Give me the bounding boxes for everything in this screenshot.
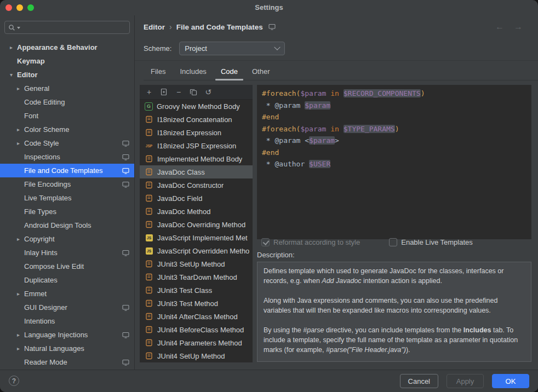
groovy-icon: G [145,102,153,111]
template-item-junit3-test-class[interactable]: JUnit3 Test Class [140,284,253,297]
template-item-label: I18nized JSP Expression [157,142,236,150]
sidebar-item-natural-languages[interactable]: ▸Natural Languages [0,342,134,355]
description-box[interactable]: Defines template which used to generate … [257,262,531,362]
template-item-junit4-afterclass-method[interactable]: JUnit4 AfterClass Method [140,310,253,323]
sidebar-item-color-scheme[interactable]: ▸Color Scheme [0,123,134,136]
breadcrumb-current: File and Code Templates [176,23,263,31]
reset-template-icon[interactable]: ↺ [204,88,213,96]
file-template-icon [145,352,153,360]
template-item-junit4-parameters-method[interactable]: JUnit4 Parameters Method [140,336,253,349]
template-item-junit3-test-method[interactable]: JUnit3 Test Method [140,297,253,310]
tab-includes[interactable]: Includes [173,63,213,80]
sidebar-item-duplicates[interactable]: Duplicates [0,273,134,287]
template-item-junit3-teardown-method[interactable]: JUnit3 TearDown Method [140,270,253,284]
breadcrumb-editor[interactable]: Editor [144,23,165,31]
sidebar-item-live-templates[interactable]: Live Templates [0,191,134,205]
template-item-javascript-implemented-met[interactable]: JSJavaScript Implemented Met [140,231,253,244]
settings-sidebar: ▸Appearance & BehaviorKeymap▾Editor▸Gene… [0,15,135,370]
chevron-right-icon[interactable]: ▸ [10,44,17,50]
file-template-icon [145,207,153,215]
sidebar-item-editor[interactable]: ▾Editor [0,68,134,82]
tab-files[interactable]: Files [144,63,173,80]
copy-template-icon[interactable] [189,88,198,96]
ok-button[interactable]: OK [492,374,529,388]
reformat-checkbox[interactable]: Reformat according to style [261,238,360,246]
sidebar-item-general[interactable]: ▸General [0,82,134,95]
sidebar-item-code-style[interactable]: ▸Code Style [0,136,134,150]
template-item-javadoc-field[interactable]: JavaDoc Field [140,192,253,205]
remove-template-icon[interactable]: − [174,88,183,96]
create-child-template-icon[interactable] [159,88,168,96]
template-item-javadoc-constructor[interactable]: JavaDoc Constructor [140,178,253,192]
template-item-i18nized-expression[interactable]: I18nized Expression [140,126,253,139]
sidebar-item-android-design-tools[interactable]: Android Design Tools [0,218,134,232]
help-button[interactable]: ? [9,376,19,386]
tab-code[interactable]: Code [214,63,245,80]
sidebar-item-label: Copyright [24,235,55,243]
chevron-right-icon[interactable]: ▸ [17,126,24,132]
template-item-label: JavaDoc Field [157,194,202,203]
sidebar-item-file-encodings[interactable]: File Encodings [0,177,134,191]
file-template-icon [145,299,153,307]
scheme-select[interactable]: Project [179,42,285,55]
sidebar-item-font[interactable]: Font [0,109,134,123]
chevron-right-icon[interactable]: ▸ [17,345,24,351]
sidebar-item-gui-designer[interactable]: GUI Designer [0,301,134,314]
sidebar-item-label: Emmet [24,290,47,298]
sidebar-item-compose-live-edit[interactable]: Compose Live Edit [0,260,134,273]
sidebar-item-file-types[interactable]: File Types [0,205,134,218]
template-item-javascript-overridden-metho[interactable]: JSJavaScript Overridden Metho [140,244,253,257]
sidebar-item-intentions[interactable]: Intentions [0,314,134,328]
sidebar-item-label: File Types [24,207,56,216]
sidebar-item-inspections[interactable]: Inspections [0,150,134,164]
code-token: ) [395,125,399,133]
sidebar-item-emmet[interactable]: ▸Emmet [0,287,134,301]
sidebar-item-language-injections[interactable]: ▸Language Injections [0,328,134,342]
screen-icon [122,332,129,338]
template-item-groovy-new-method-body[interactable]: GGroovy New Method Body [140,100,253,113]
forward-button[interactable]: → [514,22,523,32]
sidebar-item-inlay-hints[interactable]: Inlay Hints [0,246,134,260]
tab-other[interactable]: Other [245,63,277,80]
sidebar-item-reader-mode[interactable]: Reader Mode [0,355,134,369]
template-code-editor[interactable]: #foreach($param in $RECORD_COMPONENTS) *… [257,85,531,239]
template-item-junit3-setup-method[interactable]: JUnit3 SetUp Method [140,257,253,270]
sidebar-item-copyright[interactable]: ▸Copyright [0,232,134,246]
history-nav: ← → [495,22,523,32]
file-template-icon [145,273,153,281]
settings-search[interactable] [4,21,130,34]
js-badge: JS [146,234,153,241]
sidebar-item-appearance-behavior[interactable]: ▸Appearance & Behavior [0,41,134,54]
template-item-i18nized-jsp-expression[interactable]: JSPI18nized JSP Expression [140,139,253,152]
template-item-junit4-beforeclass-method[interactable]: JUnit4 BeforeClass Method [140,323,253,336]
template-item-label: JUnit4 SetUp Method [157,352,225,360]
chevron-right-icon[interactable]: ▸ [17,140,24,146]
enable-live-templates-checkbox[interactable]: Enable Live Templates [389,238,473,246]
code-token: * @author [262,160,309,168]
chevron-right-icon[interactable]: ▸ [17,291,24,297]
sidebar-item-code-editing[interactable]: Code Editing [0,95,134,109]
code-token: $RECORD_COMPONENTS [344,89,421,97]
back-button[interactable]: ← [495,22,504,32]
settings-search-input[interactable] [22,23,126,32]
template-item-javadoc-overriding-method[interactable]: JavaDoc Overriding Method [140,218,253,231]
code-token: > [335,136,339,145]
chevron-right-icon[interactable]: ▸ [17,332,24,338]
code-line: #end [262,111,531,123]
chevron-right-icon[interactable]: ▸ [17,85,24,91]
chevron-right-icon[interactable]: ▸ [17,236,24,242]
sidebar-item-label: Code Style [24,139,59,147]
template-item-javadoc-class[interactable]: JavaDoc Class [140,165,253,178]
add-template-icon[interactable]: + [145,88,153,96]
sidebar-item-keymap[interactable]: Keymap [0,54,134,68]
scheme-label: Scheme: [144,44,171,53]
template-item-label: JavaDoc Constructor [157,181,224,189]
template-item-javadoc-method[interactable]: JavaDoc Method [140,205,253,218]
template-item-junit4-setup-method[interactable]: JUnit4 SetUp Method [140,349,253,362]
apply-button[interactable]: Apply [447,374,484,388]
sidebar-item-file-and-code-templates[interactable]: File and Code Templates [0,164,134,177]
chevron-down-icon[interactable]: ▾ [10,72,17,78]
cancel-button[interactable]: Cancel [400,374,438,388]
template-item-implemented-method-body[interactable]: Implemented Method Body [140,152,253,165]
template-item-i18nized-concatenation[interactable]: I18nized Concatenation [140,113,253,126]
